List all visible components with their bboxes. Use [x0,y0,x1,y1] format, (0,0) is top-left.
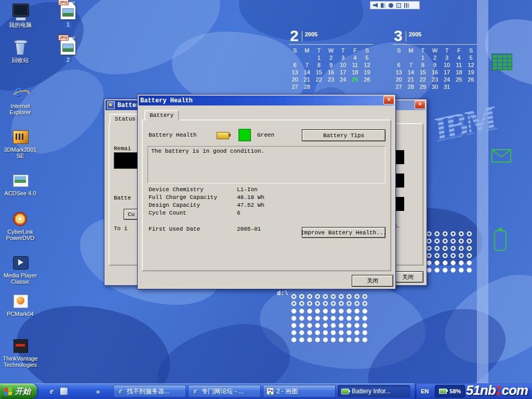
calendar-day: 16 [325,69,337,76]
desktop[interactable]: IBM d:\ 2 2005 [0,0,532,383]
file-label-text: 1 [64,21,72,28]
start-label: 开始 [15,387,31,396]
desktop-icon-3dmark[interactable]: 3DMark2001 SE [2,128,38,159]
speaker-icon[interactable] [373,3,378,8]
calendar-weekday: S [393,47,405,54]
close-window-button[interactable]: 关闭 [392,271,423,283]
acdsee-icon [11,171,29,189]
task-label: 专门网论坛 - ... [202,387,244,396]
close-button[interactable]: × [415,100,425,109]
desktop-icon-acdsee[interactable]: ACDSee 4.0 [2,171,38,196]
calendar-day: 13 [289,69,301,76]
calendar-day: 21 [301,76,313,83]
dots-pattern [425,259,474,274]
task-label: Battery Infor... [352,388,391,395]
calendar-day: 23 [429,76,441,83]
windows-logo-icon [4,387,12,396]
calendar-day: 15 [313,69,325,76]
battery-health-label: Battery Health [149,132,196,138]
desktop-icon-my-computer[interactable]: 我的电脑 [2,3,38,28]
taskbar-task[interactable]: e专门网论坛 - ... [188,385,261,397]
calendar-day: 4 [349,54,361,61]
watermark-prefix: 51nb [466,382,496,398]
mpc-icon [11,254,29,271]
display-icon[interactable] [396,3,401,8]
status-toolbar[interactable] [370,1,420,9]
spec-value: Li-Ion [237,187,258,194]
desktop-icon-pcmark[interactable]: PCMark04 [2,292,38,317]
volume-slider-icon[interactable] [381,3,385,8]
calendar-weekday: F [349,47,361,54]
quick-launch-app-icon[interactable] [60,387,68,395]
calendar-weekday: M [301,47,313,54]
close-dialog-button[interactable]: 关闭 [352,275,393,287]
calendar-day: 1 [313,54,325,61]
calendar-day: 5 [361,54,373,61]
desktop-icon-thinkvantage[interactable]: ThinkVantage Technologies [2,337,38,368]
quick-launch: e » [46,383,104,399]
taskbar: 开始 e » e找不到服务器...e专门网论坛 - ...2 - 画图Batte… [0,383,532,399]
calendar-day: 11 [349,61,361,69]
close-button[interactable]: × [383,96,394,104]
battery-label: Batte [114,195,131,201]
calendar-day: 28 [405,83,417,90]
quick-launch-ie-icon[interactable]: e [50,387,54,396]
desktop-icon-label: 我的电脑 [2,22,38,28]
mute-icon[interactable] [389,3,393,8]
3dmark-icon [11,128,29,145]
desktop-icon-internet-explorer[interactable]: Internet Explorer [2,84,38,115]
calendar-day [289,54,301,61]
dialog-titlebar[interactable]: Battery Health [139,96,394,105]
calendar-weekday: W [325,47,337,54]
taskbar-task[interactable]: Battery Infor... [338,385,410,397]
quick-launch-overflow-icon[interactable]: » [96,388,100,395]
taskbar-task[interactable]: 2 - 画图 [263,385,336,397]
calendar-day: 26 [361,76,373,83]
recycle-bin-icon [11,38,29,56]
calendar-day: 17 [337,69,349,76]
condition-text: The battery is in good condition. [151,148,264,154]
calendar-day: 29 [417,83,429,90]
file-icon-1[interactable]: JPG1 [51,2,85,28]
calendar-weekday: S [361,47,373,54]
keyboard-icon[interactable] [404,3,409,8]
tab-battery[interactable]: Battery [144,110,179,121]
calendar-weekday: T [313,47,325,54]
calendar-day [465,83,477,90]
calendar-day: 24 [441,76,453,83]
battery-spec-row: Design Capacity47.52 Wh [149,202,383,210]
taskbar-task[interactable]: e找不到服务器... [113,385,186,397]
envelope-icon [491,149,511,163]
start-button[interactable]: 开始 [0,383,37,399]
calendar-day: 18 [349,69,361,76]
internet-explorer-icon [11,84,29,102]
language-indicator[interactable]: EN [421,388,429,394]
tray-battery-meter[interactable]: 58% [435,385,465,397]
desktop-icon-powerdvd[interactable]: CyberLink PowerDVD [2,210,38,241]
desktop-icon-mpc[interactable]: Media Player Classic [2,254,38,285]
calendar-day: 9 [325,61,337,69]
calendar-day: 22 [417,76,429,83]
calendar-day [453,83,465,90]
calendar-day: 27 [393,83,405,90]
tab-status[interactable]: Status [110,114,141,124]
improve-battery-health-button[interactable]: Improve Battery Health... [302,227,385,238]
desktop-icon-label: ACDSee 4.0 [2,190,38,196]
battery-tips-button[interactable]: Battery Tips [302,129,385,141]
dots-pattern [425,230,474,259]
calendar-day: 27 [289,83,301,90]
watermark-suffix: com [502,382,528,398]
file-icon-2[interactable]: JPG2 [51,37,85,63]
calendar-day: 24 [337,76,349,83]
wallpaper-stripe [477,0,488,383]
spec-value: 47.52 Wh [237,202,264,210]
desktop-icon-recycle-bin[interactable]: 回收站 [2,38,38,63]
calendar-day: 2 [429,54,441,61]
calendar-day [393,54,405,61]
spec-label: Cycle Count [149,210,237,218]
calendar-march-2005: 3 2005 SMTWTFS 1234567891011121314151617… [393,29,477,90]
battery-health-dialog[interactable]: Battery Health × Battery Battery Health … [137,94,396,289]
calendar-weekday: T [337,47,349,54]
health-status-indicator [238,129,251,141]
screen: IBM d:\ 2 2005 [0,0,532,399]
